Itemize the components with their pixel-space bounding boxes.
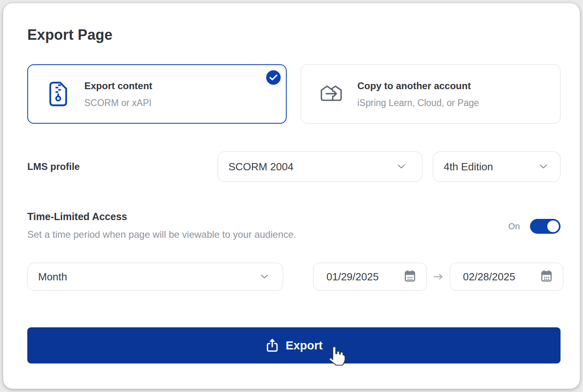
option-subtitle: iSpring Learn, Cloud, or Page <box>357 97 479 109</box>
end-date-field[interactable]: 02/28/2025 <box>450 263 563 291</box>
period-interval-select[interactable]: Month <box>27 263 283 291</box>
time-limited-access-title: Time-Limited Access <box>27 211 127 223</box>
export-dialog: Export Page Export content SCORM or xAPI <box>3 3 580 389</box>
lms-profile-value: SCORM 2004 <box>228 161 294 173</box>
upload-icon <box>265 338 279 353</box>
period-interval-value: Month <box>38 271 67 283</box>
arrow-right-icon <box>430 263 447 291</box>
start-date-value: 01/29/2025 <box>326 271 379 283</box>
zip-file-icon <box>47 81 70 107</box>
lms-edition-value: 4th Edition <box>444 161 493 173</box>
option-copy-account[interactable]: Copy to another account iSpring Learn, C… <box>301 64 561 124</box>
time-limited-access-toggle[interactable] <box>530 219 561 234</box>
chevron-down-icon <box>540 163 547 170</box>
check-circle-icon <box>266 70 281 85</box>
lms-profile-select[interactable]: SCORM 2004 <box>218 151 422 182</box>
page-title: Export Page <box>27 27 112 43</box>
time-limited-access-description: Set a time period when page will be view… <box>27 229 296 240</box>
export-button[interactable]: Export <box>27 327 561 363</box>
start-date-field[interactable]: 01/29/2025 <box>313 263 427 291</box>
time-limited-access-toggle-row: On <box>508 219 561 234</box>
calendar-icon[interactable] <box>540 270 552 284</box>
end-date-value: 02/28/2025 <box>463 271 515 283</box>
toggle-knob <box>547 220 559 232</box>
lms-edition-select[interactable]: 4th Edition <box>433 151 561 182</box>
export-button-label: Export <box>286 339 323 352</box>
option-export-content[interactable]: Export content SCORM or xAPI <box>27 64 287 124</box>
option-title: Export content <box>84 80 152 92</box>
calendar-icon[interactable] <box>404 270 416 284</box>
copy-to-account-icon <box>320 83 343 105</box>
lms-profile-label: LMS profile <box>27 161 80 172</box>
chevron-down-icon <box>261 273 268 280</box>
chevron-down-icon <box>398 163 405 170</box>
option-subtitle: SCORM or xAPI <box>84 97 152 109</box>
toggle-state-label: On <box>508 221 520 232</box>
option-title: Copy to another account <box>357 80 479 92</box>
page-background: Export Page Export content SCORM or xAPI <box>0 0 583 392</box>
